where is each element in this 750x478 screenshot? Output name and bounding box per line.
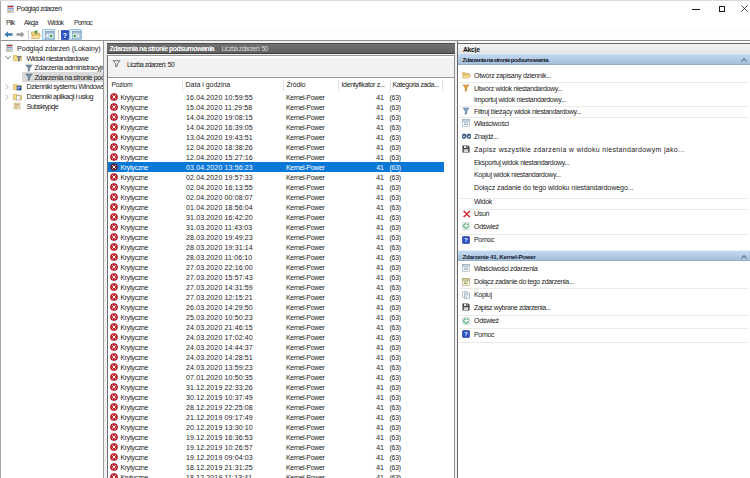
- svg-text:?: ?: [63, 31, 67, 38]
